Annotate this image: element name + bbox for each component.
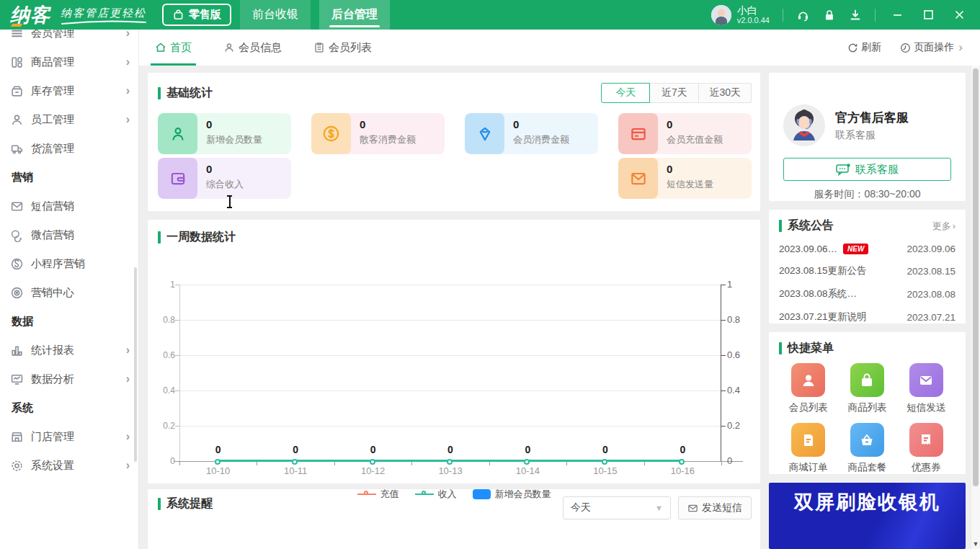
stat-total-income: 0综合收入 xyxy=(158,158,291,199)
sidebar-item-staff-mgmt[interactable]: 员工管理› xyxy=(0,105,138,134)
refresh-button[interactable]: 刷新 xyxy=(847,41,881,54)
sidebar-item-member-mgmt[interactable]: 会员管理› xyxy=(0,30,138,48)
stat-member-recharge: 0会员充值金额 xyxy=(618,113,752,154)
chevron-right-icon: › xyxy=(126,431,130,442)
filter-7days[interactable]: 近7天 xyxy=(650,83,699,103)
sidebar-item-sms-marketing[interactable]: 短信营销 xyxy=(0,192,138,220)
chart-plot-area: 1 0.8 0.6 0.4 0.2 0 1 0.8 0.6 0.4 0.2 0 xyxy=(179,285,721,461)
list-icon xyxy=(313,42,325,53)
sidebar-item-statistics-report[interactable]: 统计报表› xyxy=(0,336,138,365)
member-icon xyxy=(791,363,825,397)
app-version: v2.0.0.44 xyxy=(737,16,770,24)
sidebar-item-wechat-marketing[interactable]: 微信营销 xyxy=(0,220,138,249)
gauge-icon xyxy=(900,43,911,53)
notice-row[interactable]: 2023.08.08系统… 2023.08.08 xyxy=(779,287,956,300)
legend-recharge[interactable]: 充值 xyxy=(357,488,399,501)
stat-walkin-spend: 0散客消费金额 xyxy=(311,113,445,154)
sidebar-item-system-settings[interactable]: 系统设置› xyxy=(0,451,138,480)
chevron-right-icon: › xyxy=(126,373,130,385)
ad-banner[interactable]: 双屏刷脸收银机 xyxy=(769,483,966,549)
notice-row[interactable]: 2023.08.15更新公告 2023.08.15 xyxy=(779,264,956,277)
app-logo: 纳客 xyxy=(10,2,50,28)
chevron-right-icon: › xyxy=(126,114,130,125)
sidebar-item-marketing-center[interactable]: 营销中心 xyxy=(0,278,138,307)
top-bar: 纳客 纳客管店更轻松 零售版 前台收银 后台管理 小白 v2.0.0.44 xyxy=(0,0,980,30)
filter-today[interactable]: 今天 xyxy=(601,83,650,103)
page-operations-button[interactable]: 页面操作 › xyxy=(900,40,963,55)
data-point[interactable] xyxy=(679,459,685,465)
sidebar-item-goods-mgmt[interactable]: 商品管理› xyxy=(0,48,138,76)
data-point[interactable] xyxy=(370,459,375,465)
legend-new-members[interactable]: 新增会员数量 xyxy=(473,488,551,501)
panel-title: 基础统计 xyxy=(166,86,213,101)
quick-coupons[interactable]: 优惠券 xyxy=(909,423,943,474)
refresh-icon xyxy=(847,43,858,53)
chevron-right-icon: › xyxy=(126,344,130,356)
diamond-icon xyxy=(465,113,504,154)
scrollbar-thumb[interactable] xyxy=(973,68,979,486)
user-name: 小白 xyxy=(737,5,770,16)
data-point[interactable] xyxy=(447,459,453,465)
data-point[interactable] xyxy=(292,459,298,465)
chart-legend: 充值 收入 新增会员数量 xyxy=(148,488,760,501)
chevron-right-icon: › xyxy=(953,220,956,231)
more-link[interactable]: 更多› xyxy=(932,220,956,233)
notice-row[interactable]: 2023.09.06… NEW 2023.09.06 xyxy=(779,244,956,254)
customer-service-icon[interactable] xyxy=(796,8,810,22)
edition-badge[interactable]: 零售版 xyxy=(162,4,231,26)
envelope-icon xyxy=(687,503,698,514)
quick-member-list[interactable]: 会员列表 xyxy=(789,363,828,414)
data-point[interactable] xyxy=(524,459,530,465)
scroll-down-arrow[interactable]: ▼ xyxy=(971,540,980,548)
tab-home[interactable]: 首页 xyxy=(155,30,192,66)
home-icon xyxy=(155,42,166,53)
sidebar-section-marketing: 营销 xyxy=(0,163,138,192)
filter-30days[interactable]: 近30天 xyxy=(699,83,752,103)
window-scrollbar[interactable]: ▼ xyxy=(971,66,980,549)
panel-title: 快捷菜单 xyxy=(788,341,834,356)
sidebar-item-data-analysis[interactable]: 数据分析› xyxy=(0,365,138,393)
panel-week-chart: 一周数据统计 1 0.8 0.6 0.4 0.2 0 1 0.8 0.6 0.4 xyxy=(148,220,760,483)
legend-income[interactable]: 收入 xyxy=(415,488,457,501)
quick-sms-send[interactable]: 短信发送 xyxy=(906,363,945,414)
divider xyxy=(875,9,876,22)
sidebar-scrollbar[interactable] xyxy=(134,267,137,462)
nav-front-cashier[interactable]: 前台收银 xyxy=(240,0,311,30)
panel-customer-service: 官方售后客服 联系客服 联系客服 服务时间：08:30~20:00 xyxy=(769,73,966,201)
minimize-button[interactable] xyxy=(888,7,906,22)
sidebar-item-miniprogram-marketing[interactable]: 小程序营销 xyxy=(0,249,138,278)
sidebar-item-logistics-mgmt[interactable]: 货流管理 xyxy=(0,134,138,163)
tab-member-list[interactable]: 会员列表 xyxy=(313,30,372,66)
chevron-right-icon: › xyxy=(958,40,963,55)
dollar-icon xyxy=(311,113,351,154)
sidebar-item-inventory-mgmt[interactable]: 库存管理› xyxy=(0,76,138,105)
y-axis-right xyxy=(721,285,721,461)
panel-title: 系统公告 xyxy=(788,218,834,233)
notice-row[interactable]: 2023.07.21更新说明 2023.07.21 xyxy=(779,311,956,323)
maximize-button[interactable] xyxy=(919,7,937,22)
envelope-icon xyxy=(618,158,658,199)
tab-strip: 首页 会员信息 会员列表 刷新 页面操作 › xyxy=(139,30,980,66)
tab-member-info[interactable]: 会员信息 xyxy=(223,30,282,66)
data-point[interactable] xyxy=(602,459,607,465)
quick-goods-list[interactable]: 商品列表 xyxy=(847,363,886,414)
sidebar-section-data: 数据 xyxy=(0,307,138,336)
user-info[interactable]: 小白 v2.0.0.44 xyxy=(711,5,770,25)
chevron-right-icon: › xyxy=(126,85,130,97)
divider xyxy=(783,9,783,22)
time-filter-group: 今天 近7天 近30天 xyxy=(601,83,752,103)
y-tick: 1 xyxy=(151,280,175,290)
sidebar-item-store-mgmt[interactable]: 门店管理› xyxy=(0,422,138,451)
chat-bubble-icon xyxy=(836,164,850,176)
data-point[interactable] xyxy=(215,459,220,465)
quick-goods-package[interactable]: 商品套餐 xyxy=(847,423,886,474)
download-icon[interactable] xyxy=(849,9,862,22)
nav-backend-admin[interactable]: 后台管理 xyxy=(319,0,390,30)
service-avatar xyxy=(783,104,825,146)
close-button[interactable] xyxy=(950,7,968,22)
lock-icon[interactable] xyxy=(823,9,836,22)
quick-mall-orders[interactable]: 商城订单 xyxy=(789,423,828,474)
content-viewport: 基础统计 今天 近7天 近30天 0新增会员数量 0散客消费金额 xyxy=(139,66,971,549)
x-tick-label: 10-10 xyxy=(193,465,244,476)
contact-service-button[interactable]: 联系客服 xyxy=(783,158,951,181)
